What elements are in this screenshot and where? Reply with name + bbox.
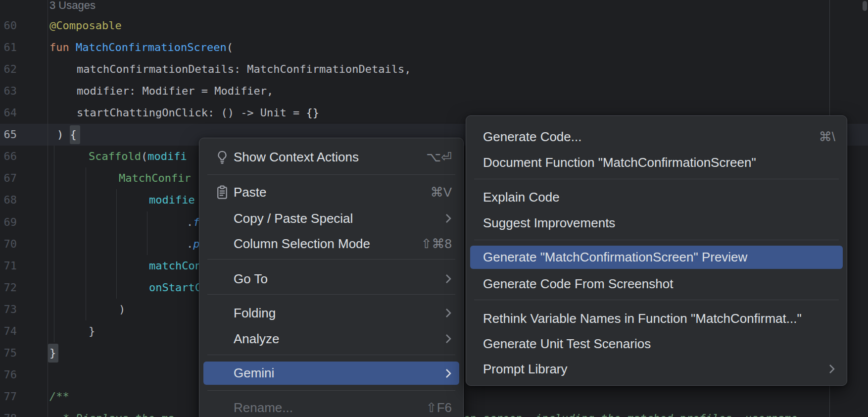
code-line: @Composable xyxy=(49,15,122,37)
code-line: ) xyxy=(119,299,125,320)
line-number: 73 xyxy=(0,299,17,320)
menu-separator xyxy=(474,300,839,300)
line-number: 70 xyxy=(0,233,17,255)
indent-guide xyxy=(116,189,117,299)
menu-item-label: Generate Unit Test Scenarios xyxy=(483,336,651,352)
menu-item-label: Rename... xyxy=(234,400,293,416)
menu-item-label: Copy / Paste Special xyxy=(234,211,353,226)
code-line: startChattingOnClick: () -> Unit = {} xyxy=(77,102,319,124)
menu-item-label: Column Selection Mode xyxy=(234,236,370,252)
menu-separator xyxy=(474,240,839,240)
indent-guide xyxy=(54,146,54,342)
menu-item-explain-code[interactable]: Explain Code xyxy=(470,186,843,208)
menu-item-label: Prompt Library xyxy=(483,362,568,377)
menu-shortcut: ⌥⏎ xyxy=(426,150,459,165)
menu-item-rethink-variable-names[interactable]: Rethink Variable Names in Function "Matc… xyxy=(470,308,843,329)
menu-item-prompt-library[interactable]: Prompt Library xyxy=(470,358,843,380)
menu-item-label: Folding xyxy=(234,306,276,321)
menu-separator xyxy=(207,355,455,355)
scrollbar-thumb[interactable] xyxy=(863,1,867,11)
menu-item-label: Generate Code... xyxy=(483,129,581,145)
clipboard-icon xyxy=(215,185,230,200)
line-number: 61 xyxy=(0,37,17,58)
code-line: } xyxy=(89,320,95,342)
menu-item-gemini[interactable]: Gemini xyxy=(203,362,459,385)
code-line-fragment: on screen, including the matched profile… xyxy=(463,408,798,417)
lightbulb-icon xyxy=(215,150,230,164)
line-number: 76 xyxy=(0,364,17,386)
line-number: 68 xyxy=(0,189,17,211)
code-line: matchCon xyxy=(149,255,201,277)
line-number: 67 xyxy=(0,167,17,189)
menu-item-label: Paste xyxy=(234,185,267,200)
chevron-right-icon xyxy=(445,308,451,318)
line-number-active: 65 xyxy=(0,124,17,146)
menu-item-label: Generate Code From Screenshot xyxy=(483,276,673,292)
menu-item-document-function[interactable]: Document Function "MatchConfirmationScre… xyxy=(470,152,843,173)
code-line: * Displays the ma xyxy=(63,408,174,417)
chevron-right-icon xyxy=(445,213,451,223)
code-line: matchConfirmationDetails: MatchConfirmat… xyxy=(77,58,411,80)
menu-separator xyxy=(474,179,839,179)
line-number: 66 xyxy=(0,146,17,167)
menu-item-generate-unit-test-scenarios[interactable]: Generate Unit Test Scenarios xyxy=(470,333,843,355)
line-number: 64 xyxy=(0,102,17,124)
menu-separator xyxy=(207,174,455,175)
menu-item-column-selection-mode[interactable]: Column Selection Mode ⇧⌘8 xyxy=(203,233,459,255)
menu-separator xyxy=(207,294,455,295)
code-line: MatchConfir xyxy=(119,167,191,189)
menu-item-paste[interactable]: Paste ⌘V xyxy=(203,181,459,203)
chevron-right-icon xyxy=(445,334,451,344)
code-line: fun MatchConfirmationScreen( xyxy=(49,37,233,58)
menu-shortcut: ⇧F6 xyxy=(426,400,459,416)
menu-item-folding[interactable]: Folding xyxy=(203,302,459,324)
menu-item-generate-code-from-screenshot[interactable]: Generate Code From Screenshot xyxy=(470,273,843,295)
line-number: 75 xyxy=(0,342,17,364)
menu-item-label: Generate "MatchConfirmationScreen" Previ… xyxy=(483,250,747,265)
line-number: 74 xyxy=(0,320,17,342)
menu-item-label: Rethink Variable Names in Function "Matc… xyxy=(483,311,802,326)
menu-item-label: Suggest Improvements xyxy=(483,215,615,231)
menu-item-label: Show Context Actions xyxy=(234,150,359,165)
menu-item-generate-preview[interactable]: Generate "MatchConfirmationScreen" Previ… xyxy=(470,246,843,269)
chevron-right-icon xyxy=(445,368,451,378)
menu-item-analyze[interactable]: Analyze xyxy=(203,328,459,350)
menu-item-show-context-actions[interactable]: Show Context Actions ⌥⏎ xyxy=(203,146,459,168)
menu-item-generate-code[interactable]: Generate Code... ⌘\ xyxy=(470,126,843,148)
code-line: modifie xyxy=(149,189,195,211)
menu-item-go-to[interactable]: Go To xyxy=(203,268,459,290)
chevron-right-icon xyxy=(445,274,451,284)
code-line: } xyxy=(49,342,56,364)
menu-separator xyxy=(207,259,455,260)
line-number: 62 xyxy=(0,58,17,80)
menu-item-label: Gemini xyxy=(234,365,274,381)
code-line: modifier: Modifier = Modifier, xyxy=(77,80,273,102)
indent-guide xyxy=(86,167,86,320)
editor-context-menu: Show Context Actions ⌥⏎ Paste ⌘V Copy / … xyxy=(199,138,464,417)
chevron-right-icon xyxy=(829,364,835,374)
code-line-current: ) { xyxy=(57,124,77,146)
line-number: 72 xyxy=(0,277,17,299)
line-number: 60 xyxy=(0,15,17,37)
menu-item-rename[interactable]: Rename... ⇧F6 xyxy=(203,397,459,417)
line-number: 63 xyxy=(0,80,17,102)
menu-item-label: Explain Code xyxy=(483,190,560,205)
gemini-submenu: Generate Code... ⌘\ Document Function "M… xyxy=(466,115,847,386)
indent-guide xyxy=(147,211,147,255)
menu-item-label: Go To xyxy=(234,271,268,287)
menu-item-label: Document Function "MatchConfirmationScre… xyxy=(483,155,756,170)
code-line: Scaffold(modifi xyxy=(89,146,187,167)
menu-item-copy-paste-special[interactable]: Copy / Paste Special xyxy=(203,208,459,229)
code-line: onStartC xyxy=(149,277,201,299)
menu-item-label: Analyze xyxy=(234,331,280,347)
menu-shortcut: ⌘\ xyxy=(819,129,843,145)
usages-inlay-hint[interactable]: 3 Usages xyxy=(49,0,96,16)
line-number: 77 xyxy=(0,386,17,408)
menu-shortcut: ⇧⌘8 xyxy=(421,236,459,252)
menu-separator xyxy=(207,390,455,391)
menu-item-suggest-improvements[interactable]: Suggest Improvements xyxy=(470,212,843,234)
line-number: 69 xyxy=(0,211,17,233)
line-number: 71 xyxy=(0,255,17,277)
menu-shortcut: ⌘V xyxy=(431,185,459,200)
line-number: 78 xyxy=(0,408,17,417)
